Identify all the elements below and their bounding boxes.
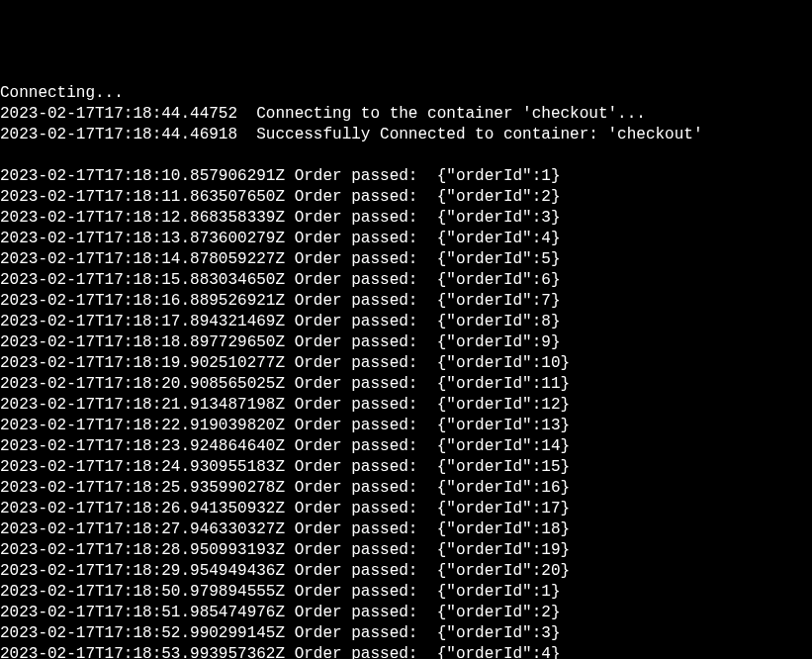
log-line-14: 2023-02-17T17:18:24.930955183Z Order pas… [0, 457, 812, 478]
log-line-4: 2023-02-17T17:18:14.878059227Z Order pas… [0, 249, 812, 270]
header-line-0: 2023-02-17T17:18:44.44752 Connecting to … [0, 104, 812, 125]
log-line-17: 2023-02-17T17:18:27.946330327Z Order pas… [0, 519, 812, 540]
log-line-8: 2023-02-17T17:18:18.897729650Z Order pas… [0, 332, 812, 353]
log-line-11: 2023-02-17T17:18:21.913487198Z Order pas… [0, 395, 812, 416]
log-line-22: 2023-02-17T17:18:52.990299145Z Order pas… [0, 623, 812, 644]
log-line-1: 2023-02-17T17:18:11.863507650Z Order pas… [0, 187, 812, 208]
log-line-15: 2023-02-17T17:18:25.935990278Z Order pas… [0, 478, 812, 499]
log-line-16: 2023-02-17T17:18:26.941350932Z Order pas… [0, 499, 812, 519]
header-line-1: 2023-02-17T17:18:44.46918 Successfully C… [0, 125, 812, 145]
log-line-10: 2023-02-17T17:18:20.908565025Z Order pas… [0, 374, 812, 395]
blank-separator [0, 145, 812, 166]
log-line-2: 2023-02-17T17:18:12.868358339Z Order pas… [0, 208, 812, 229]
terminal-output: Connecting...2023-02-17T17:18:44.44752 C… [0, 83, 812, 659]
log-line-3: 2023-02-17T17:18:13.873600279Z Order pas… [0, 229, 812, 249]
log-line-5: 2023-02-17T17:18:15.883034650Z Order pas… [0, 270, 812, 291]
log-line-19: 2023-02-17T17:18:29.954949436Z Order pas… [0, 561, 812, 582]
connecting-status: Connecting... [0, 83, 812, 104]
log-line-7: 2023-02-17T17:18:17.894321469Z Order pas… [0, 312, 812, 332]
log-line-20: 2023-02-17T17:18:50.979894555Z Order pas… [0, 582, 812, 603]
log-line-9: 2023-02-17T17:18:19.902510277Z Order pas… [0, 353, 812, 374]
log-line-13: 2023-02-17T17:18:23.924864640Z Order pas… [0, 436, 812, 457]
log-line-18: 2023-02-17T17:18:28.950993193Z Order pas… [0, 540, 812, 561]
log-line-6: 2023-02-17T17:18:16.889526921Z Order pas… [0, 291, 812, 312]
log-line-12: 2023-02-17T17:18:22.919039820Z Order pas… [0, 416, 812, 436]
log-line-0: 2023-02-17T17:18:10.857906291Z Order pas… [0, 166, 812, 187]
log-line-23: 2023-02-17T17:18:53.993957362Z Order pas… [0, 644, 812, 659]
log-line-21: 2023-02-17T17:18:51.985474976Z Order pas… [0, 603, 812, 623]
